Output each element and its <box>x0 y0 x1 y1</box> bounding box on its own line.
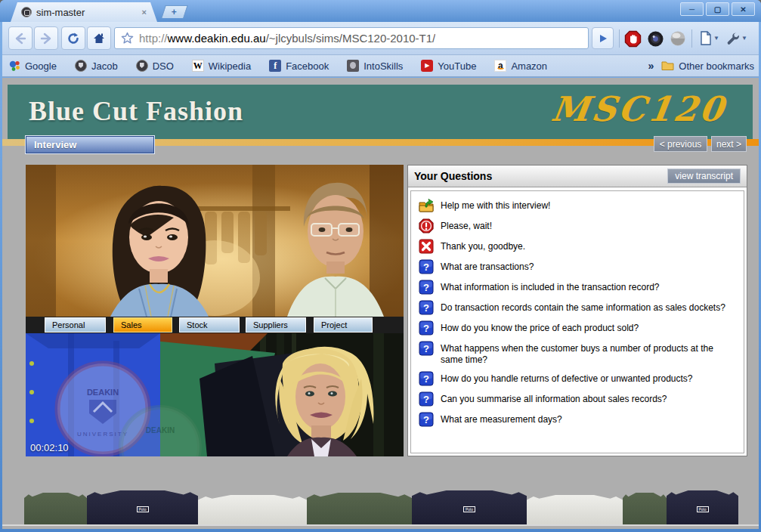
page-content: Blue Cut Fashion MSC120 Interview < prev… <box>2 78 759 529</box>
question-icon: ? <box>419 371 434 386</box>
help-folder-icon <box>419 198 434 213</box>
previous-button[interactable]: < previous <box>654 136 707 152</box>
tab-title: sim-master <box>36 7 138 18</box>
wrench-icon <box>726 32 740 45</box>
question-item[interactable]: ? What are measurement days? <box>419 412 736 427</box>
maximize-button[interactable]: ▢ <box>706 2 729 16</box>
questions-panel: Your Questions view transcript Help me w… <box>407 165 747 456</box>
intoskills-icon <box>347 60 359 72</box>
topic-tab-stock[interactable]: Stock <box>179 317 240 332</box>
globe-icon <box>670 30 686 47</box>
amazon-icon: a <box>494 60 506 72</box>
next-button[interactable]: next > <box>711 136 747 152</box>
home-button[interactable] <box>87 26 111 50</box>
new-tab-button[interactable]: + <box>161 5 188 18</box>
bookmark-dso[interactable]: DSO <box>136 60 174 72</box>
folder-icon <box>661 60 674 71</box>
svg-text:?: ? <box>423 394 429 405</box>
reload-icon <box>67 32 80 45</box>
questions-header: Your Questions view transcript <box>408 165 747 187</box>
bookmark-google[interactable]: Google <box>8 60 57 72</box>
tab-close-icon[interactable]: × <box>142 8 147 17</box>
svg-text:?: ? <box>423 323 429 334</box>
question-item[interactable]: ? What are transactions? <box>419 259 736 274</box>
question-icon: ? <box>419 300 434 315</box>
question-item[interactable]: Please, wait! <box>419 218 736 234</box>
dropdown-caret-icon: ▼ <box>713 35 719 42</box>
question-item[interactable]: ? How do you handle returns of defective… <box>419 371 736 386</box>
video-timestamp: 00:02:10 <box>30 442 69 453</box>
shield-icon <box>136 60 148 72</box>
bookmark-youtube[interactable]: ▶ YouTube <box>421 60 476 72</box>
browser-toolbar: http://www.deakin.edu.au/~jlcybuls/sims/… <box>2 22 759 55</box>
dropdown-caret-icon: ▼ <box>741 35 747 42</box>
home-icon <box>92 32 106 45</box>
wrench-menu-button[interactable]: ▼ <box>723 26 750 50</box>
folded-shirt-green <box>24 493 87 525</box>
folded-shirt-green <box>623 493 667 525</box>
other-bookmarks-button[interactable]: Other bookmarks <box>661 60 754 72</box>
question-item[interactable]: Help me with this interview! <box>419 198 736 213</box>
question-item[interactable]: Thank you, goodbye. <box>419 239 736 254</box>
close-button[interactable]: ✕ <box>732 2 755 16</box>
window-controls: ─ ▢ ✕ <box>680 2 755 16</box>
polo-label: Polo <box>463 506 475 512</box>
svg-text:?: ? <box>423 343 429 354</box>
browser-tab[interactable]: sim-master × <box>11 2 157 22</box>
back-button[interactable] <box>8 26 32 50</box>
page-icon <box>700 31 712 45</box>
folded-shirt-green <box>307 493 412 525</box>
course-logo: MSC120 <box>549 89 729 129</box>
forward-arrow-icon <box>39 32 53 45</box>
forward-button[interactable] <box>34 26 58 50</box>
bookmark-wikipedia[interactable]: W Wikipedia <box>192 60 251 72</box>
wikipedia-icon: W <box>192 60 204 72</box>
question-item[interactable]: ? Can you summarise all information abou… <box>419 391 736 407</box>
title-bar: sim-master × + ─ ▢ ✕ <box>0 0 761 22</box>
tab-interview[interactable]: Interview <box>26 136 154 153</box>
question-item[interactable]: ? How do you know the price of each prod… <box>419 320 736 336</box>
toolbar-separator <box>619 29 620 48</box>
question-icon: ? <box>419 320 434 336</box>
bookmark-jacob[interactable]: Jacob <box>75 60 118 72</box>
go-button[interactable] <box>592 27 614 49</box>
minimize-button[interactable]: ─ <box>680 2 704 16</box>
topic-tab-personal[interactable]: Personal <box>45 317 106 332</box>
avatars-shop-scene <box>26 165 404 317</box>
view-transcript-button[interactable]: view transcript <box>667 169 741 184</box>
adblock-extension-button[interactable] <box>623 29 642 48</box>
svg-text:?: ? <box>423 414 429 425</box>
camera-extension-button[interactable] <box>645 29 665 48</box>
topic-tab-suppliers[interactable]: Suppliers <box>246 317 306 332</box>
svg-text:?: ? <box>423 282 429 293</box>
facebook-icon: f <box>269 60 281 72</box>
question-item[interactable]: ? What happens when the customer buys a … <box>419 341 736 366</box>
camera-lens-icon <box>647 30 664 48</box>
bookmark-intoskills[interactable]: IntoSkills <box>347 60 403 72</box>
close-x-icon <box>419 239 434 254</box>
bookmark-facebook[interactable]: f Facebook <box>269 60 329 72</box>
globe-extension-button[interactable] <box>668 29 688 48</box>
questions-title: Your Questions <box>414 170 667 182</box>
address-bar[interactable]: http://www.deakin.edu.au/~jlcybuls/sims/… <box>114 27 589 49</box>
bookmarks-overflow-button[interactable]: » <box>648 60 654 72</box>
bookmark-amazon[interactable]: a Amazon <box>494 60 547 72</box>
reload-button[interactable] <box>61 26 85 50</box>
topic-tab-sales[interactable]: Sales <box>113 317 172 332</box>
folded-shirt-white <box>198 495 307 525</box>
topic-tab-project[interactable]: Project <box>314 317 373 332</box>
polo-label: Polo <box>136 506 148 512</box>
stockroom-scene: DEAKIN UNIVERSITY DEAKIN <box>26 333 404 456</box>
browser-window: sim-master × + ─ ▢ ✕ http://www.deakin.e… <box>0 0 761 532</box>
questions-list: Help me with this interview! Please, wai… <box>410 190 744 453</box>
product-banner: Polo Polo Polo <box>2 490 759 525</box>
page-menu-button[interactable]: ▼ <box>696 26 723 50</box>
question-icon: ? <box>419 341 434 356</box>
question-icon: ? <box>419 280 434 295</box>
interview-video-panel[interactable]: Personal Sales Stock Suppliers Project <box>26 165 404 456</box>
folded-shirt-navy: Polo <box>667 490 738 525</box>
question-item[interactable]: ? What information is included in the tr… <box>419 280 736 295</box>
question-item[interactable]: ? Do transaction records contain the sam… <box>419 300 736 315</box>
bookmark-star-icon[interactable] <box>121 32 134 45</box>
interviewer-scene <box>26 165 404 317</box>
